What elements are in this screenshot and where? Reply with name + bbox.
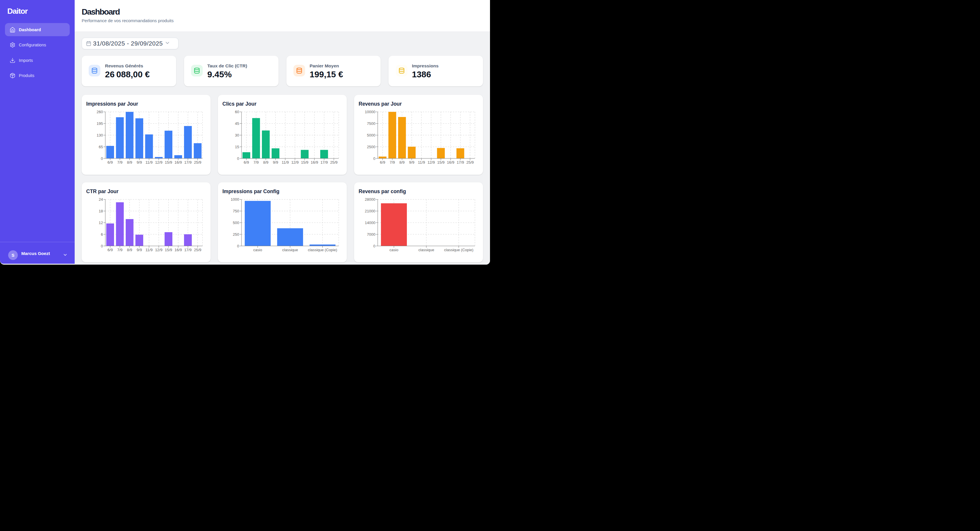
svg-text:0: 0 [237, 156, 239, 161]
svg-text:classique: classique [282, 248, 298, 252]
svg-text:15/9: 15/9 [437, 160, 444, 164]
svg-text:260: 260 [97, 110, 103, 114]
svg-text:15/9: 15/9 [301, 160, 308, 164]
svg-text:7/9: 7/9 [253, 160, 259, 164]
svg-text:0: 0 [101, 156, 103, 161]
svg-text:12/9: 12/9 [155, 160, 162, 164]
svg-text:2500: 2500 [367, 145, 375, 149]
svg-text:7500: 7500 [367, 121, 375, 126]
svg-text:25/9: 25/9 [466, 160, 474, 164]
svg-text:1000: 1000 [231, 197, 239, 202]
svg-text:17/9: 17/9 [457, 160, 464, 164]
svg-text:7/9: 7/9 [117, 248, 123, 252]
svg-text:9/9: 9/9 [137, 160, 142, 164]
svg-text:0: 0 [237, 244, 239, 248]
svg-text:250: 250 [233, 232, 239, 236]
svg-text:12: 12 [99, 220, 103, 225]
svg-text:classique (Copie): classique (Copie) [308, 248, 337, 252]
svg-text:8/9: 8/9 [127, 248, 132, 252]
svg-text:25/9: 25/9 [194, 160, 201, 164]
svg-text:5000: 5000 [367, 133, 375, 137]
svg-text:15: 15 [235, 145, 239, 149]
svg-text:6/9: 6/9 [380, 160, 385, 164]
svg-text:130: 130 [97, 133, 103, 137]
svg-text:classique: classique [418, 248, 434, 252]
svg-text:21000: 21000 [365, 209, 375, 213]
svg-text:classique (Copie): classique (Copie) [444, 248, 473, 252]
svg-text:45: 45 [235, 121, 239, 126]
svg-text:16/9: 16/9 [174, 160, 182, 164]
svg-text:11/9: 11/9 [282, 160, 289, 164]
svg-text:15/9: 15/9 [165, 248, 172, 252]
svg-text:17/9: 17/9 [185, 160, 192, 164]
svg-text:11/9: 11/9 [418, 160, 425, 164]
svg-text:25/9: 25/9 [194, 248, 201, 252]
svg-text:8/9: 8/9 [399, 160, 404, 164]
svg-text:28000: 28000 [365, 197, 375, 202]
svg-text:25/9: 25/9 [330, 160, 337, 164]
svg-text:8/9: 8/9 [127, 160, 132, 164]
svg-text:6/9: 6/9 [244, 160, 249, 164]
svg-text:6: 6 [101, 232, 103, 236]
svg-text:195: 195 [97, 121, 103, 126]
svg-text:8/9: 8/9 [263, 160, 268, 164]
svg-text:0: 0 [373, 244, 375, 248]
svg-text:16/9: 16/9 [447, 160, 454, 164]
svg-text:65: 65 [99, 145, 103, 149]
svg-text:17/9: 17/9 [185, 248, 192, 252]
svg-text:11/9: 11/9 [146, 248, 153, 252]
svg-text:14000: 14000 [365, 220, 375, 225]
svg-text:17/9: 17/9 [321, 160, 328, 164]
svg-text:casio: casio [390, 248, 398, 252]
svg-text:7/9: 7/9 [117, 160, 123, 164]
svg-text:30: 30 [235, 133, 239, 137]
svg-text:9/9: 9/9 [409, 160, 414, 164]
svg-text:500: 500 [233, 220, 239, 225]
svg-text:9/9: 9/9 [137, 248, 142, 252]
svg-text:24: 24 [99, 197, 103, 202]
svg-text:60: 60 [235, 110, 239, 114]
svg-text:7/9: 7/9 [390, 160, 395, 164]
svg-text:16/9: 16/9 [310, 160, 318, 164]
svg-text:10000: 10000 [365, 110, 375, 114]
svg-text:6/9: 6/9 [108, 248, 113, 252]
svg-text:750: 750 [233, 209, 239, 213]
svg-text:casio: casio [253, 248, 262, 252]
svg-text:12/9: 12/9 [155, 248, 162, 252]
svg-text:12/9: 12/9 [291, 160, 299, 164]
svg-text:18: 18 [99, 209, 103, 213]
svg-text:0: 0 [101, 244, 103, 248]
svg-text:0: 0 [373, 156, 375, 161]
svg-text:6/9: 6/9 [108, 160, 113, 164]
svg-text:15/9: 15/9 [165, 160, 172, 164]
svg-text:9/9: 9/9 [273, 160, 278, 164]
svg-text:7000: 7000 [367, 232, 375, 236]
svg-text:16/9: 16/9 [174, 248, 182, 252]
svg-text:11/9: 11/9 [146, 160, 153, 164]
svg-text:12/9: 12/9 [428, 160, 435, 164]
